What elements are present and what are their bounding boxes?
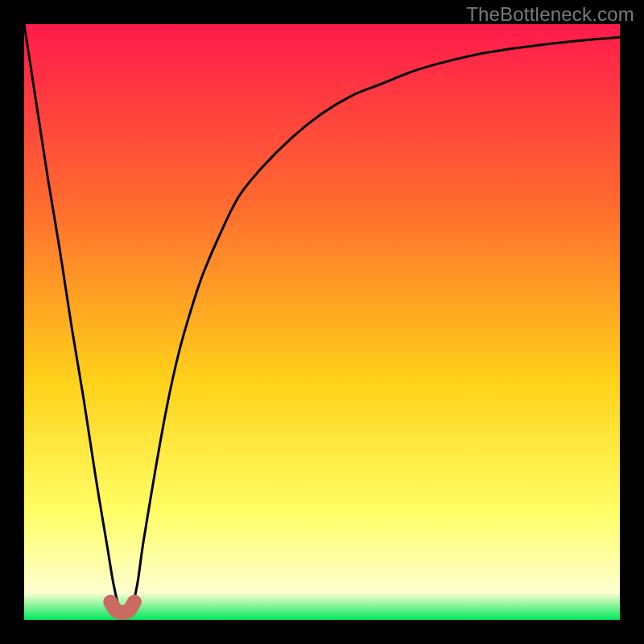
watermark-text: TheBottleneck.com: [466, 3, 634, 26]
chart-plot: [24, 24, 620, 620]
chart-frame: TheBottleneck.com: [0, 0, 644, 644]
